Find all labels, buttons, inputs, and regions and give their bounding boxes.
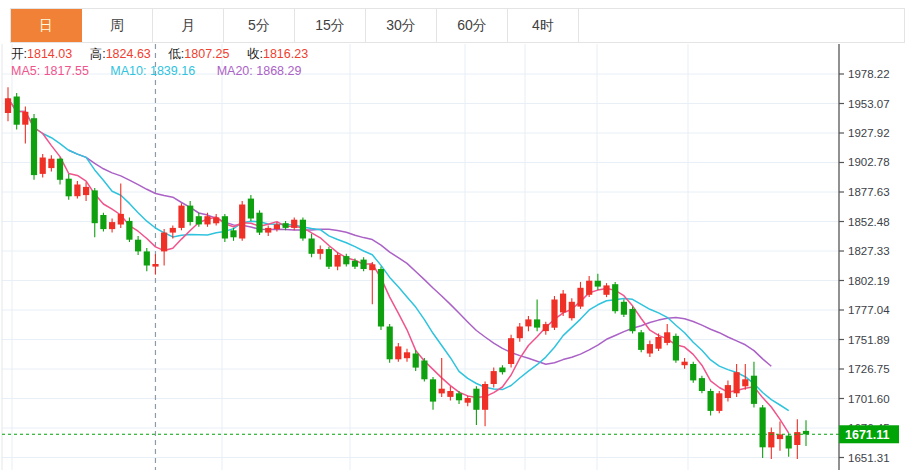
candle[interactable]: [629, 307, 635, 334]
candle[interactable]: [92, 188, 98, 237]
ma10-label: MA10:: [110, 64, 146, 78]
candle[interactable]: [499, 365, 505, 374]
candle[interactable]: [551, 296, 557, 330]
candle[interactable]: [109, 219, 115, 233]
candle[interactable]: [378, 267, 384, 330]
candle[interactable]: [517, 323, 523, 342]
candle[interactable]: [786, 433, 792, 457]
candle[interactable]: [135, 236, 141, 255]
candle[interactable]: [161, 229, 167, 265]
close-value: 1816.23: [263, 47, 308, 61]
candle[interactable]: [387, 324, 393, 363]
candle[interactable]: [699, 376, 705, 394]
candle[interactable]: [543, 322, 549, 335]
candle[interactable]: [621, 300, 627, 318]
y-axis: 1978.221953.071927.921902.781877.631852.…: [839, 44, 890, 470]
candle[interactable]: [265, 226, 271, 237]
candle[interactable]: [482, 382, 488, 427]
candle[interactable]: [491, 368, 497, 388]
candle[interactable]: [682, 358, 688, 369]
candle[interactable]: [335, 253, 341, 271]
ma10-value: 1839.16: [150, 64, 195, 78]
candle[interactable]: [525, 316, 531, 331]
candle[interactable]: [586, 276, 592, 297]
candle[interactable]: [595, 274, 601, 290]
candle[interactable]: [40, 154, 46, 178]
candle[interactable]: [439, 358, 445, 397]
candle[interactable]: [300, 217, 306, 240]
candle[interactable]: [317, 246, 323, 260]
candle[interactable]: [690, 362, 696, 383]
candle[interactable]: [126, 217, 132, 242]
candle[interactable]: [777, 422, 783, 451]
tabbar-filler: [579, 9, 904, 42]
tab-5min[interactable]: 5分: [224, 9, 295, 42]
candle[interactable]: [708, 389, 714, 416]
candle[interactable]: [187, 201, 193, 226]
candle[interactable]: [222, 214, 228, 242]
candle[interactable]: [760, 405, 766, 458]
y-axis-label: 1777.04: [848, 304, 890, 316]
period-tabbar: 日周月5分15分30分60分4时: [10, 8, 905, 43]
candle[interactable]: [74, 181, 80, 199]
candle[interactable]: [473, 386, 479, 425]
candle[interactable]: [603, 283, 609, 297]
candle[interactable]: [57, 158, 63, 185]
tab-60min[interactable]: 60分: [437, 9, 508, 42]
candle[interactable]: [638, 330, 644, 352]
candle[interactable]: [794, 419, 800, 459]
candle[interactable]: [31, 114, 37, 180]
candle[interactable]: [508, 335, 514, 368]
candle[interactable]: [673, 334, 679, 363]
candle[interactable]: [716, 391, 722, 413]
candle[interactable]: [309, 234, 315, 257]
candle[interactable]: [5, 87, 11, 121]
candle[interactable]: [395, 343, 401, 362]
candle[interactable]: [118, 183, 124, 228]
tab-15min[interactable]: 15分: [295, 9, 366, 42]
candle[interactable]: [534, 300, 540, 332]
candle[interactable]: [248, 195, 254, 221]
candle[interactable]: [560, 290, 566, 316]
candle[interactable]: [430, 377, 436, 410]
candle[interactable]: [291, 217, 297, 230]
candle[interactable]: [465, 396, 471, 407]
candle[interactable]: [144, 248, 150, 271]
ma5-value: 1817.55: [44, 64, 89, 78]
candle[interactable]: [369, 262, 375, 304]
candle[interactable]: [22, 107, 28, 144]
current-price-badge: 1671.11: [839, 425, 899, 443]
ma5-readout: MA5: 1817.55: [11, 64, 89, 78]
candle[interactable]: [569, 298, 575, 320]
candle[interactable]: [213, 214, 219, 226]
ma5-label: MA5:: [11, 64, 40, 78]
candle[interactable]: [326, 247, 332, 269]
candle[interactable]: [239, 201, 245, 241]
candle[interactable]: [647, 341, 653, 357]
candle[interactable]: [768, 427, 774, 459]
candle[interactable]: [404, 349, 410, 362]
tab-30min[interactable]: 30分: [366, 9, 437, 42]
tab-month[interactable]: 月: [153, 9, 224, 42]
close-label: 收:: [247, 47, 263, 61]
candle[interactable]: [577, 282, 583, 309]
candle[interactable]: [48, 155, 54, 171]
candle[interactable]: [421, 358, 427, 382]
tab-day[interactable]: 日: [11, 9, 82, 42]
candle[interactable]: [14, 93, 20, 129]
y-axis-label: 1751.89: [848, 334, 890, 346]
candle[interactable]: [66, 174, 72, 200]
candle[interactable]: [803, 420, 809, 446]
candle[interactable]: [100, 213, 106, 232]
candle[interactable]: [612, 282, 618, 314]
candle[interactable]: [361, 257, 367, 271]
candle[interactable]: [664, 324, 670, 345]
tab-week[interactable]: 周: [82, 9, 153, 42]
tab-4hour[interactable]: 4时: [508, 9, 579, 42]
candle[interactable]: [178, 203, 184, 230]
candle[interactable]: [152, 254, 158, 274]
candle[interactable]: [742, 364, 748, 390]
candle[interactable]: [256, 210, 262, 235]
ma20-label: MA20:: [217, 64, 253, 78]
open-quote: 开:1814.03: [11, 47, 72, 61]
